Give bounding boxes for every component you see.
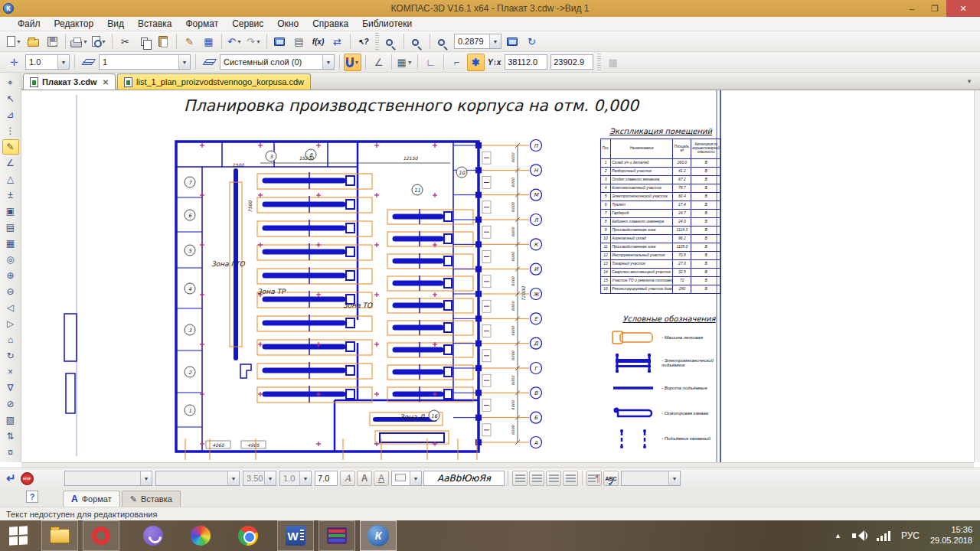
underline-button[interactable]: A [374, 471, 389, 486]
chevron-down-icon[interactable]: ▼ [299, 471, 311, 485]
tool-rotate-right[interactable]: ▷ [2, 316, 19, 331]
layer-combo[interactable]: Системный слой (0)▼ [220, 54, 335, 70]
language-indicator[interactable]: РУС [901, 530, 920, 541]
menu-item[interactable]: Вид [100, 18, 131, 30]
stop-command-icon[interactable]: STOP [21, 472, 34, 485]
layers-icon[interactable] [79, 54, 96, 71]
char-height-combo[interactable]: 3.50▼ [243, 471, 276, 486]
rebuild-view-button[interactable] [504, 33, 521, 51]
document-tab[interactable]: Плакат 3.cdw✕ [23, 73, 116, 90]
menu-item[interactable]: Справка [305, 18, 355, 30]
taskbar-photos[interactable] [182, 520, 219, 551]
bold-button[interactable]: A [357, 471, 372, 486]
tool-pointer[interactable]: ↖ [2, 91, 19, 106]
menu-item[interactable]: Окно [270, 18, 305, 30]
tool-circle[interactable]: ◎ [2, 252, 19, 267]
help-icon[interactable]: ? [26, 491, 38, 503]
start-button[interactable] [0, 520, 37, 551]
tool-disable[interactable]: ⊘ [2, 396, 19, 412]
tool-rotate-left[interactable]: ◁ [2, 300, 19, 315]
menu-item[interactable]: Редактор [47, 18, 101, 30]
print-preview-button[interactable]: ▼ [90, 33, 108, 51]
minimize-button[interactable]: – [900, 0, 923, 17]
taskbar-kompas[interactable]: К [360, 520, 397, 551]
print-button[interactable]: ▼ [70, 33, 89, 51]
tool-editing[interactable]: ✎ [2, 139, 19, 155]
volume-icon[interactable] [852, 530, 866, 541]
undo-button[interactable]: ↶▼ [226, 33, 243, 51]
taskbar-viber[interactable] [135, 520, 172, 551]
drawing-canvas[interactable]: Планировка производственного корпуса на … [21, 90, 974, 462]
tool-swap[interactable]: ⇅ [2, 429, 19, 444]
line-spacing-combo[interactable]: 1.0▼ [279, 471, 312, 486]
layer-manager-icon[interactable] [200, 54, 217, 71]
chevron-down-icon[interactable]: ▼ [489, 34, 501, 48]
chevron-down-icon[interactable]: ▼ [140, 471, 152, 485]
italic-button[interactable]: A [340, 471, 355, 486]
align-justify-button[interactable] [563, 471, 578, 486]
zoom-in-button[interactable] [434, 33, 452, 51]
taskbar-chrome[interactable] [230, 520, 266, 551]
tool-exclude[interactable]: ⊖ [2, 284, 19, 299]
menu-item[interactable]: Вставка [131, 18, 179, 30]
align-center-button[interactable] [529, 471, 544, 486]
fx-variables-button[interactable]: f(x) [309, 33, 327, 51]
tool-spec[interactable]: ▤ [2, 220, 19, 235]
clock[interactable]: 15:36 29.05.2018 [930, 525, 972, 546]
insert-table-button[interactable]: ▦ [200, 33, 217, 51]
taskbar-opera[interactable] [83, 520, 119, 551]
paragraph-settings-button[interactable]: ¶ [586, 471, 602, 486]
snap-magnet-button[interactable]: ▼ [344, 54, 361, 71]
local-axes-button[interactable]: ∟ [422, 54, 439, 71]
close-tab-icon[interactable]: ✕ [103, 78, 109, 86]
tool-insert-view[interactable]: ⊕ [2, 268, 19, 283]
coordinate-x-field[interactable]: 38112.0 [505, 54, 547, 70]
tool-angle[interactable]: ∠ [2, 155, 19, 171]
tool-gradient[interactable]: ∇ [2, 380, 19, 396]
align-left-button[interactable] [512, 471, 528, 486]
tool-dimensions[interactable]: △ [2, 171, 19, 187]
zoom-scale-combo[interactable]: 0.2879▼ [454, 34, 501, 49]
document-manager-button[interactable] [271, 33, 289, 51]
ortho-button[interactable]: ⌐ [448, 54, 466, 71]
menu-item[interactable]: Файл [11, 18, 47, 30]
create-object-icon[interactable]: ↵ [6, 471, 16, 485]
chevron-down-icon[interactable]: ▼ [178, 55, 190, 69]
menu-item[interactable]: Сервис [225, 18, 270, 30]
tool-designations[interactable]: ▣ [2, 204, 19, 219]
open-document-button[interactable] [24, 33, 42, 51]
save-button[interactable] [44, 33, 61, 51]
property-tab-insert[interactable]: ✎Вставка [122, 491, 181, 507]
tab-overflow-icon[interactable]: ▼ [966, 78, 972, 85]
new-document-button[interactable]: ▼ [5, 33, 23, 51]
document-tab[interactable]: list_1_plan_proizvodstvennogo_korpusa.cd… [117, 73, 311, 90]
spell-check-button[interactable]: ABC [603, 471, 619, 486]
paste-button[interactable] [155, 33, 172, 51]
tool-select[interactable]: ⌖ [2, 75, 19, 90]
copy-properties-button[interactable]: ✎ [181, 33, 198, 51]
font-size-field[interactable]: 7.0 [315, 471, 338, 486]
tool-home[interactable]: ⌂ [2, 332, 19, 347]
zoom-area-button[interactable] [408, 33, 426, 51]
angle-snap-button[interactable]: ∠ [370, 54, 387, 71]
network-signal-icon[interactable] [877, 531, 890, 541]
tool-points[interactable]: ⋮ [2, 123, 19, 139]
grid-button[interactable]: ▦▼ [396, 54, 413, 71]
cut-button[interactable]: ✂ [116, 33, 134, 51]
chevron-down-icon[interactable]: ▼ [227, 471, 239, 485]
chevron-down-icon[interactable]: ▼ [322, 55, 334, 69]
layer-step-combo[interactable]: 1▼ [99, 54, 191, 70]
zoom-selection-button[interactable] [382, 33, 400, 51]
vertical-scrollbar[interactable] [974, 90, 980, 462]
font-combo[interactable]: ▼ [64, 471, 152, 486]
coordinate-y-field[interactable]: 23902.9 [550, 54, 593, 70]
style-combo[interactable]: ▼ [155, 471, 240, 486]
calculator-button[interactable]: ▤ [290, 33, 308, 51]
tool-geometry[interactable]: ⊿ [2, 107, 19, 122]
scale-combo[interactable]: 1.0▼ [25, 54, 70, 70]
tray-expand-icon[interactable]: ▲ [835, 532, 841, 540]
align-right-button[interactable] [546, 471, 561, 486]
tool-symbol[interactable]: ¤ [2, 445, 19, 460]
redo-button[interactable]: ↷▼ [245, 33, 263, 51]
text-color-combo[interactable]: ▼ [391, 471, 422, 486]
